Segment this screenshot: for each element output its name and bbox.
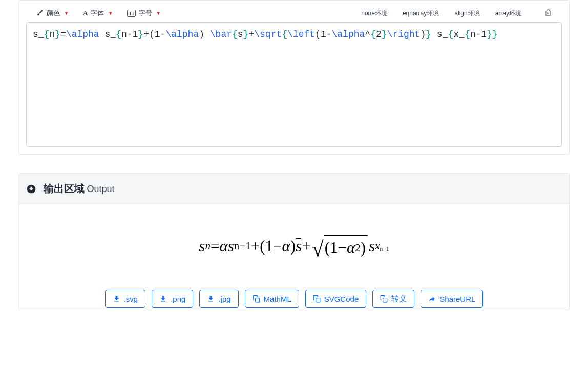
copy-icon — [380, 295, 388, 303]
export-mathml-button[interactable]: MathML — [245, 290, 299, 308]
copy-icon — [313, 295, 321, 303]
size-icon: TI — [127, 10, 135, 17]
rendered-math: sn = αsn−1 + (1 − α) s + √ (1 − α2) sxn−… — [199, 235, 389, 257]
export-shareurl-button[interactable]: ShareURL — [421, 290, 483, 308]
env-array-button[interactable]: array环境 — [490, 7, 527, 20]
latex-input[interactable]: s_{n}=\alpha s_{n-1}+(1-\alpha) \bar{s}+… — [26, 22, 562, 147]
sqrt: √ (1 − α2) — [312, 235, 368, 257]
size-label: 字号 — [139, 9, 152, 18]
output-title: 输出区域 — [44, 183, 85, 194]
download-icon — [113, 295, 120, 303]
copy-icon — [253, 295, 260, 303]
output-subtitle: Output — [87, 184, 114, 194]
editor-card: 颜色 ▼ A 字体 ▼ TI 字号 ▼ none环境 eqnarray环境 al… — [18, 0, 570, 155]
brush-icon — [36, 9, 44, 18]
export-escape-button[interactable]: 转义 — [372, 290, 414, 308]
export-svg-button[interactable]: .svg — [105, 290, 146, 308]
output-header: 输出区域 Output — [19, 174, 569, 204]
svg-rect-1 — [316, 298, 320, 302]
editor-wrap: s_{n}=\alpha s_{n-1}+(1-\alpha) \bar{s}+… — [19, 22, 569, 154]
export-jpg-button[interactable]: .jpg — [199, 290, 238, 308]
svg-rect-0 — [255, 298, 259, 302]
trash-icon — [544, 9, 552, 16]
share-icon — [428, 295, 436, 303]
size-dropdown[interactable]: TI 字号 ▼ — [122, 6, 165, 21]
export-svgcode-button[interactable]: SVGCode — [305, 290, 367, 308]
editor-toolbar: 颜色 ▼ A 字体 ▼ TI 字号 ▼ none环境 eqnarray环境 al… — [19, 5, 569, 22]
env-none-button[interactable]: none环境 — [355, 7, 393, 20]
font-label: 字体 — [91, 9, 104, 18]
color-dropdown[interactable]: 颜色 ▼ — [31, 6, 74, 21]
caret-icon: ▼ — [64, 11, 69, 16]
export-bar: .svg .png .jpg MathML SVGCode 转义 ShareUR… — [19, 278, 569, 310]
env-eqnarray-button[interactable]: eqnarray环境 — [397, 7, 445, 20]
output-body: sn = αsn−1 + (1 − α) s + √ (1 − α2) sxn−… — [19, 204, 569, 278]
caret-icon: ▼ — [108, 11, 113, 16]
clear-button[interactable] — [539, 6, 557, 21]
output-title-wrap: 输出区域 Output — [44, 182, 115, 196]
color-label: 颜色 — [47, 9, 60, 18]
arrow-circle-down-icon — [26, 184, 36, 194]
env-align-button[interactable]: align环境 — [449, 7, 485, 20]
radical-icon: √ — [312, 237, 324, 259]
export-png-button[interactable]: .png — [152, 290, 193, 308]
svg-rect-2 — [383, 298, 387, 302]
output-card: 输出区域 Output sn = αsn−1 + (1 − α) s + √ (… — [18, 173, 570, 310]
download-icon — [159, 295, 167, 303]
font-icon: A — [83, 9, 88, 17]
download-icon — [207, 295, 215, 303]
toolbar-right: none环境 eqnarray环境 align环境 array环境 — [355, 6, 557, 21]
font-dropdown[interactable]: A 字体 ▼ — [78, 6, 118, 21]
caret-icon: ▼ — [156, 11, 161, 16]
